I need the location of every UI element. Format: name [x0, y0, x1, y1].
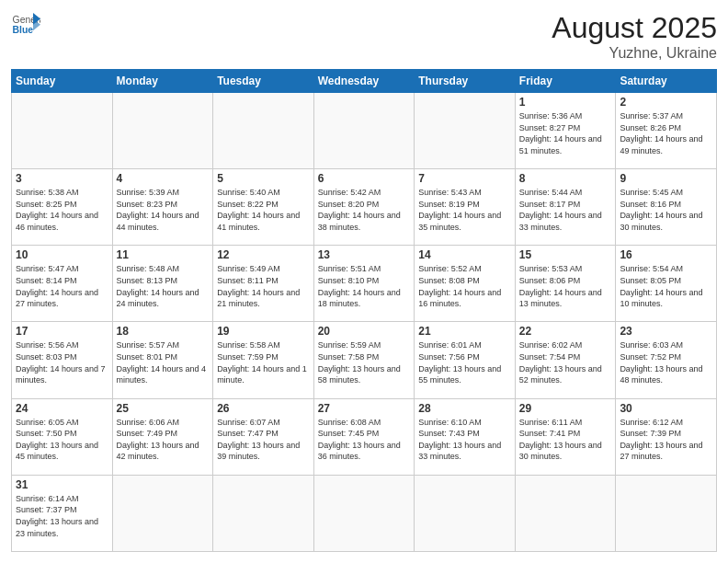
day-info: Sunrise: 5:58 AM Sunset: 7:59 PM Dayligh… [217, 339, 310, 385]
calendar-day-cell: 7Sunrise: 5:43 AM Sunset: 8:19 PM Daylig… [415, 169, 516, 246]
day-info: Sunrise: 5:54 AM Sunset: 8:05 PM Dayligh… [620, 263, 712, 309]
day-number: 14 [418, 248, 511, 261]
day-number: 13 [318, 248, 411, 261]
calendar-day-cell [112, 93, 213, 169]
calendar-day-cell [515, 475, 616, 551]
day-number: 22 [519, 325, 612, 338]
day-number: 29 [519, 402, 612, 415]
calendar-day-cell: 27Sunrise: 6:08 AM Sunset: 7:45 PM Dayli… [313, 398, 415, 475]
day-info: Sunrise: 6:12 AM Sunset: 7:39 PM Dayligh… [620, 417, 712, 463]
day-info: Sunrise: 5:38 AM Sunset: 8:25 PM Dayligh… [16, 187, 108, 233]
calendar-day-cell: 26Sunrise: 6:07 AM Sunset: 7:47 PM Dayli… [213, 398, 314, 475]
calendar-day-cell: 11Sunrise: 5:48 AM Sunset: 8:13 PM Dayli… [112, 246, 213, 322]
calendar-table: SundayMondayTuesdayWednesdayThursdayFrid… [11, 69, 717, 552]
calendar-day-cell: 9Sunrise: 5:45 AM Sunset: 8:16 PM Daylig… [616, 169, 717, 246]
calendar-day-cell: 28Sunrise: 6:10 AM Sunset: 7:43 PM Dayli… [415, 398, 516, 475]
day-number: 2 [620, 96, 712, 109]
day-number: 23 [620, 325, 712, 338]
calendar-day-cell: 21Sunrise: 6:01 AM Sunset: 7:56 PM Dayli… [415, 322, 516, 398]
weekday-header: SundayMondayTuesdayWednesdayThursdayFrid… [12, 70, 717, 93]
day-info: Sunrise: 5:56 AM Sunset: 8:03 PM Dayligh… [16, 339, 108, 385]
weekday-header-cell: Monday [112, 70, 213, 93]
calendar-day-cell [313, 93, 415, 169]
day-number: 19 [217, 325, 310, 338]
day-info: Sunrise: 5:59 AM Sunset: 7:58 PM Dayligh… [318, 339, 411, 385]
calendar-day-cell [616, 475, 717, 551]
day-info: Sunrise: 5:44 AM Sunset: 8:17 PM Dayligh… [519, 187, 612, 233]
calendar-body: 1Sunrise: 5:36 AM Sunset: 8:27 PM Daylig… [12, 93, 717, 552]
calendar-day-cell [12, 93, 113, 169]
calendar-day-cell: 16Sunrise: 5:54 AM Sunset: 8:05 PM Dayli… [616, 246, 717, 322]
calendar-day-cell: 19Sunrise: 5:58 AM Sunset: 7:59 PM Dayli… [213, 322, 314, 398]
calendar-day-cell [213, 93, 314, 169]
calendar-week-row: 1Sunrise: 5:36 AM Sunset: 8:27 PM Daylig… [12, 93, 717, 169]
day-info: Sunrise: 5:40 AM Sunset: 8:22 PM Dayligh… [217, 187, 310, 233]
calendar-day-cell [313, 475, 415, 551]
calendar-title: August 2025 [552, 11, 717, 45]
title-block: August 2025 Yuzhne, Ukraine [552, 11, 717, 62]
calendar-day-cell: 31Sunrise: 6:14 AM Sunset: 7:37 PM Dayli… [12, 475, 113, 551]
logo-icon: General Blue [11, 11, 40, 37]
calendar-day-cell: 22Sunrise: 6:02 AM Sunset: 7:54 PM Dayli… [515, 322, 616, 398]
calendar-day-cell: 10Sunrise: 5:47 AM Sunset: 8:14 PM Dayli… [12, 246, 113, 322]
day-number: 1 [519, 96, 612, 109]
day-info: Sunrise: 5:52 AM Sunset: 8:08 PM Dayligh… [418, 263, 511, 309]
day-info: Sunrise: 6:06 AM Sunset: 7:49 PM Dayligh… [117, 417, 210, 463]
calendar-day-cell [112, 475, 213, 551]
day-info: Sunrise: 5:51 AM Sunset: 8:10 PM Dayligh… [318, 263, 411, 309]
calendar-day-cell: 3Sunrise: 5:38 AM Sunset: 8:25 PM Daylig… [12, 169, 113, 246]
page: General Blue August 2025 Yuzhne, Ukraine… [0, 0, 728, 563]
calendar-subtitle: Yuzhne, Ukraine [552, 45, 717, 62]
day-number: 28 [418, 402, 511, 415]
day-info: Sunrise: 6:05 AM Sunset: 7:50 PM Dayligh… [16, 417, 108, 463]
day-number: 30 [620, 402, 712, 415]
calendar-week-row: 17Sunrise: 5:56 AM Sunset: 8:03 PM Dayli… [12, 322, 717, 398]
day-info: Sunrise: 5:45 AM Sunset: 8:16 PM Dayligh… [620, 187, 712, 233]
day-info: Sunrise: 6:03 AM Sunset: 7:52 PM Dayligh… [620, 339, 712, 385]
calendar-week-row: 3Sunrise: 5:38 AM Sunset: 8:25 PM Daylig… [12, 169, 717, 246]
day-info: Sunrise: 6:02 AM Sunset: 7:54 PM Dayligh… [519, 339, 612, 385]
day-number: 20 [318, 325, 411, 338]
day-info: Sunrise: 6:08 AM Sunset: 7:45 PM Dayligh… [318, 417, 411, 463]
weekday-header-cell: Tuesday [213, 70, 314, 93]
day-number: 31 [16, 478, 108, 491]
weekday-header-cell: Friday [515, 70, 616, 93]
day-info: Sunrise: 6:07 AM Sunset: 7:47 PM Dayligh… [217, 417, 310, 463]
day-info: Sunrise: 5:37 AM Sunset: 8:26 PM Dayligh… [620, 110, 712, 156]
calendar-day-cell: 23Sunrise: 6:03 AM Sunset: 7:52 PM Dayli… [616, 322, 717, 398]
day-info: Sunrise: 5:36 AM Sunset: 8:27 PM Dayligh… [519, 110, 612, 156]
calendar-day-cell: 30Sunrise: 6:12 AM Sunset: 7:39 PM Dayli… [616, 398, 717, 475]
day-info: Sunrise: 5:39 AM Sunset: 8:23 PM Dayligh… [117, 187, 210, 233]
day-info: Sunrise: 6:01 AM Sunset: 7:56 PM Dayligh… [418, 339, 511, 385]
calendar-day-cell: 18Sunrise: 5:57 AM Sunset: 8:01 PM Dayli… [112, 322, 213, 398]
calendar-day-cell: 25Sunrise: 6:06 AM Sunset: 7:49 PM Dayli… [112, 398, 213, 475]
day-info: Sunrise: 6:11 AM Sunset: 7:41 PM Dayligh… [519, 417, 612, 463]
calendar-day-cell [213, 475, 314, 551]
day-number: 7 [418, 172, 511, 185]
day-info: Sunrise: 5:48 AM Sunset: 8:13 PM Dayligh… [117, 263, 210, 309]
day-info: Sunrise: 5:53 AM Sunset: 8:06 PM Dayligh… [519, 263, 612, 309]
calendar-day-cell: 6Sunrise: 5:42 AM Sunset: 8:20 PM Daylig… [313, 169, 415, 246]
day-info: Sunrise: 5:42 AM Sunset: 8:20 PM Dayligh… [318, 187, 411, 233]
calendar-day-cell [415, 93, 516, 169]
calendar-day-cell: 4Sunrise: 5:39 AM Sunset: 8:23 PM Daylig… [112, 169, 213, 246]
calendar-week-row: 24Sunrise: 6:05 AM Sunset: 7:50 PM Dayli… [12, 398, 717, 475]
day-info: Sunrise: 5:47 AM Sunset: 8:14 PM Dayligh… [16, 263, 108, 309]
calendar-week-row: 10Sunrise: 5:47 AM Sunset: 8:14 PM Dayli… [12, 246, 717, 322]
day-info: Sunrise: 5:43 AM Sunset: 8:19 PM Dayligh… [418, 187, 511, 233]
day-number: 16 [620, 248, 712, 261]
day-number: 3 [16, 172, 108, 185]
day-number: 5 [217, 172, 310, 185]
calendar-week-row: 31Sunrise: 6:14 AM Sunset: 7:37 PM Dayli… [12, 475, 717, 551]
day-number: 15 [519, 248, 612, 261]
calendar-day-cell: 20Sunrise: 5:59 AM Sunset: 7:58 PM Dayli… [313, 322, 415, 398]
calendar-day-cell: 5Sunrise: 5:40 AM Sunset: 8:22 PM Daylig… [213, 169, 314, 246]
calendar-day-cell: 1Sunrise: 5:36 AM Sunset: 8:27 PM Daylig… [515, 93, 616, 169]
day-number: 25 [117, 402, 210, 415]
calendar-day-cell: 12Sunrise: 5:49 AM Sunset: 8:11 PM Dayli… [213, 246, 314, 322]
day-number: 27 [318, 402, 411, 415]
day-info: Sunrise: 5:57 AM Sunset: 8:01 PM Dayligh… [117, 339, 210, 385]
day-number: 6 [318, 172, 411, 185]
day-number: 10 [16, 248, 108, 261]
day-number: 17 [16, 325, 108, 338]
